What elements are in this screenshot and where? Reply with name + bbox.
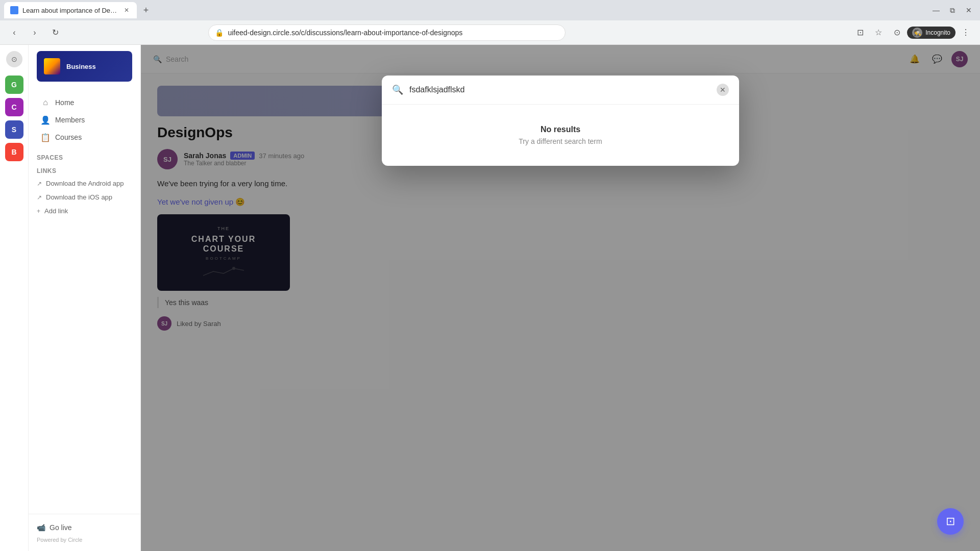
spaces-section-title: Spaces — [29, 150, 140, 163]
forward-button[interactable]: › — [27, 24, 43, 41]
sidebar-item-home[interactable]: ⌂ Home — [33, 94, 136, 111]
search-clear-button[interactable]: ✕ — [717, 84, 729, 96]
search-modal-input-row: 🔍 ✕ — [382, 76, 739, 105]
icon-sidebar: ⊙ G C S B — [0, 45, 29, 551]
incognito-icon: 🕵 — [912, 28, 922, 38]
new-tab-button[interactable]: + — [139, 3, 153, 17]
bookmark-icon[interactable]: ☆ — [870, 24, 887, 41]
cast-icon[interactable]: ⊡ — [852, 24, 868, 41]
search-modal-results: No results Try a different search term — [382, 105, 739, 166]
go-live-button[interactable]: 📹 Go live — [37, 520, 132, 535]
address-bar[interactable]: 🔒 uifeed-design.circle.so/c/discussions/… — [208, 24, 566, 41]
sidebar-footer: 📹 Go live Powered by Circle — [29, 514, 140, 551]
nav-sidebar: Business ⌂ Home 👤 Members 📋 Courses Spac… — [29, 45, 141, 551]
sidebar-link-android-label: Download the Android app — [46, 180, 124, 187]
chat-fab-icon: ⊡ — [946, 515, 955, 528]
back-button[interactable]: ‹ — [6, 24, 22, 41]
sidebar-icon-b[interactable]: B — [5, 143, 23, 161]
powered-by: Powered by Circle — [37, 535, 132, 545]
app-container: ⊙ G C S B Business ⌂ Home 👤 Members — [0, 45, 980, 551]
add-link-icon: + — [37, 208, 40, 215]
sidebar-link-android[interactable]: ↗ Download the Android app — [29, 177, 140, 190]
lock-icon: 🔒 — [215, 29, 224, 37]
sidebar-item-members[interactable]: 👤 Members — [33, 111, 136, 129]
reload-button[interactable]: ↻ — [47, 24, 63, 41]
sidebar-item-courses[interactable]: 📋 Courses — [33, 129, 136, 146]
sidebar-add-link-label: Add link — [44, 207, 68, 215]
community-name: Business — [66, 63, 96, 70]
nav-right-icons: ⊡ ☆ ⊙ 🕵 Incognito ⋮ — [852, 24, 974, 41]
chat-fab-button[interactable]: ⊡ — [937, 508, 964, 535]
sidebar-icon-c[interactable]: C — [5, 98, 23, 116]
community-logo — [43, 57, 61, 76]
restore-button[interactable]: ⧉ — [945, 3, 960, 17]
browser-tab-active[interactable]: Learn about importance of Desig... ✕ — [4, 2, 137, 18]
no-results-subtitle: Try a different search term — [392, 137, 729, 145]
sidebar-add-link[interactable]: + Add link — [29, 204, 140, 218]
tab-favicon — [10, 6, 18, 14]
home-circle-icon[interactable]: ⊙ — [6, 51, 22, 67]
android-link-icon: ↗ — [37, 180, 42, 187]
menu-button[interactable]: ⋮ — [958, 24, 974, 41]
incognito-badge[interactable]: 🕵 Incognito — [907, 27, 955, 39]
svg-rect-0 — [11, 7, 17, 13]
community-banner[interactable]: Business — [37, 51, 132, 82]
sidebar-nav-label-home: Home — [55, 98, 74, 107]
sidebar-link-ios-label: Download the iOS app — [46, 193, 112, 201]
go-live-label: Go live — [50, 523, 72, 532]
search-modal-icon: 🔍 — [392, 84, 403, 95]
ios-link-icon: ↗ — [37, 194, 42, 201]
members-icon: 👤 — [41, 115, 50, 124]
sidebar-nav-label-members: Members — [55, 116, 85, 124]
window-controls: — ⧉ ✕ — [929, 3, 976, 17]
home-icon: ⌂ — [41, 98, 50, 107]
sidebar-link-ios[interactable]: ↗ Download the iOS app — [29, 190, 140, 204]
sidebar-nav-label-courses: Courses — [55, 133, 82, 141]
sidebar-icon-s[interactable]: S — [5, 120, 23, 139]
sidebar-header: Business — [29, 45, 140, 90]
search-overlay[interactable]: 🔍 ✕ No results Try a different search te… — [141, 45, 980, 551]
go-live-icon: 📹 — [37, 523, 45, 532]
courses-icon: 📋 — [41, 133, 50, 142]
tab-title: Learn about importance of Desig... — [22, 7, 118, 14]
browser-nav-bar: ‹ › ↻ 🔒 uifeed-design.circle.so/c/discus… — [0, 20, 980, 45]
url-text: uifeed-design.circle.so/c/discussions/le… — [228, 29, 559, 37]
profile-icon[interactable]: ⊙ — [889, 24, 905, 41]
search-modal: 🔍 ✕ No results Try a different search te… — [382, 76, 739, 166]
sidebar-icon-g[interactable]: G — [5, 76, 23, 94]
main-content: 🔍 Search 🔔 💬 SJ DesignOps SJ Sarah Jonas — [141, 45, 980, 551]
browser-chrome: Learn about importance of Desig... ✕ + —… — [0, 0, 980, 45]
links-section-title: Links — [29, 163, 140, 177]
sidebar-nav: ⌂ Home 👤 Members 📋 Courses — [29, 90, 140, 150]
no-results-title: No results — [392, 125, 729, 134]
minimize-button[interactable]: — — [929, 3, 943, 17]
incognito-label: Incognito — [925, 29, 950, 36]
close-button[interactable]: ✕ — [962, 3, 976, 17]
search-modal-input[interactable] — [409, 85, 710, 94]
tab-close-button[interactable]: ✕ — [122, 6, 131, 14]
